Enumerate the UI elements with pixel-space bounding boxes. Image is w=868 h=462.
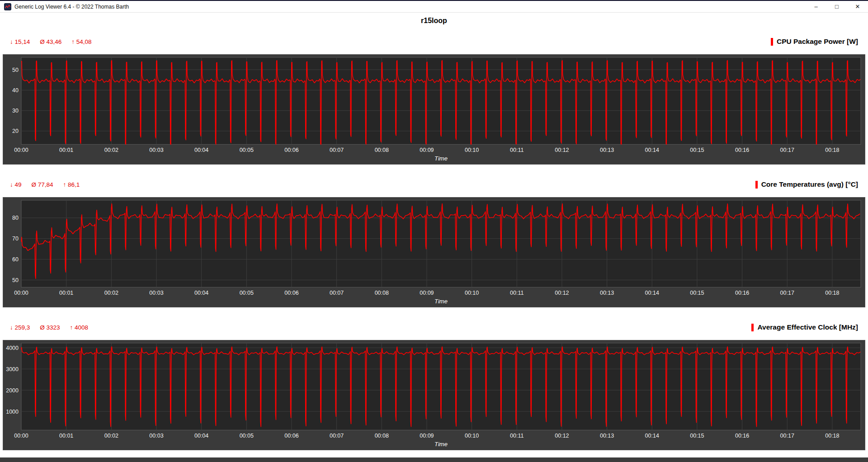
titlebar-left: Generic Log Viewer 6.4 - © 2022 Thomas B… <box>0 1 806 12</box>
svg-text:30: 30 <box>12 108 19 114</box>
stats-row: ↓ 259,3 Ø 3323 ↑ 4008 <box>10 324 88 331</box>
svg-text:Time: Time <box>434 441 448 448</box>
svg-text:00:11: 00:11 <box>510 290 524 296</box>
svg-text:00:17: 00:17 <box>780 433 794 439</box>
svg-text:00:09: 00:09 <box>420 147 434 153</box>
svg-text:00:07: 00:07 <box>330 147 344 153</box>
svg-text:00:02: 00:02 <box>104 147 118 153</box>
stat-max: ↑ 54,08 <box>71 38 91 45</box>
core-temps-chart-canvas[interactable]: 00:0000:0100:0200:0300:0400:0500:0600:07… <box>3 198 865 307</box>
cpu-power-chart-canvas[interactable]: 00:0000:0100:0200:0300:0400:0500:0600:07… <box>3 55 865 164</box>
svg-text:00:07: 00:07 <box>330 433 344 439</box>
svg-text:00:10: 00:10 <box>465 433 479 439</box>
svg-text:00:13: 00:13 <box>600 147 614 153</box>
effective-clock-chart-canvas[interactable]: 00:0000:0100:0200:0300:0400:0500:0600:07… <box>3 340 865 450</box>
legend: Core Temperatures (avg) [°C] <box>755 180 858 189</box>
chart-section-effective-clock: ↓ 259,3 Ø 3323 ↑ 4008 Average Effective … <box>0 315 868 450</box>
chart-section-cpu-power: ↓ 15,14 Ø 43,46 ↑ 54,08 CPU Package Powe… <box>0 29 868 165</box>
window-title: Generic Log Viewer 6.4 - © 2022 Thomas B… <box>14 4 129 10</box>
svg-text:00:07: 00:07 <box>330 290 344 296</box>
svg-text:60: 60 <box>12 256 19 263</box>
stat-avg: Ø 43,46 <box>40 38 61 45</box>
close-button[interactable]: ✕ <box>847 1 868 12</box>
svg-text:00:00: 00:00 <box>14 433 28 439</box>
svg-text:70: 70 <box>12 236 19 242</box>
svg-text:Time: Time <box>434 155 448 162</box>
window-controls: – □ ✕ <box>806 1 868 12</box>
svg-text:00:14: 00:14 <box>645 433 659 439</box>
svg-text:00:12: 00:12 <box>555 290 569 296</box>
stat-min: ↓ 259,3 <box>10 324 30 331</box>
svg-text:00:16: 00:16 <box>735 290 749 296</box>
svg-text:00:16: 00:16 <box>735 147 749 153</box>
legend-label: Core Temperatures (avg) [°C] <box>761 180 858 189</box>
chart-panel: 00:0000:0100:0200:0300:0400:0500:0600:07… <box>3 340 865 450</box>
chart-header: ↓ 15,14 Ø 43,46 ↑ 54,08 CPU Package Powe… <box>3 29 865 54</box>
svg-text:Time: Time <box>434 298 448 305</box>
svg-text:20: 20 <box>12 128 19 134</box>
page-title: r15loop <box>0 13 868 29</box>
minimize-button[interactable]: – <box>806 1 826 12</box>
svg-text:80: 80 <box>12 215 19 221</box>
svg-text:00:15: 00:15 <box>690 290 704 296</box>
svg-text:50: 50 <box>12 67 19 73</box>
svg-text:00:11: 00:11 <box>510 147 524 153</box>
svg-text:00:09: 00:09 <box>420 433 434 439</box>
svg-text:00:01: 00:01 <box>59 433 73 439</box>
window-bottom-edge <box>0 457 868 462</box>
chart-panel: 00:0000:0100:0200:0300:0400:0500:0600:07… <box>3 197 865 307</box>
svg-text:50: 50 <box>12 277 19 283</box>
svg-text:00:00: 00:00 <box>14 147 28 153</box>
svg-text:00:02: 00:02 <box>104 433 118 439</box>
stat-avg: Ø 3323 <box>40 324 60 331</box>
svg-text:00:10: 00:10 <box>465 147 479 153</box>
svg-text:00:08: 00:08 <box>375 433 389 439</box>
svg-text:00:14: 00:14 <box>645 147 659 153</box>
svg-text:1000: 1000 <box>6 409 19 415</box>
svg-text:00:12: 00:12 <box>555 147 569 153</box>
svg-text:00:04: 00:04 <box>194 290 208 296</box>
svg-text:00:06: 00:06 <box>284 433 298 439</box>
stat-avg: Ø 77,84 <box>32 181 53 188</box>
chart-header: ↓ 49 Ø 77,84 ↑ 86,1 Core Temperatures (a… <box>3 172 865 197</box>
svg-text:40: 40 <box>12 87 19 94</box>
legend-color-bar <box>771 38 773 46</box>
svg-text:00:04: 00:04 <box>194 147 208 153</box>
svg-text:00:13: 00:13 <box>600 290 614 296</box>
svg-text:00:02: 00:02 <box>104 290 118 296</box>
svg-text:00:01: 00:01 <box>59 147 73 153</box>
svg-text:00:00: 00:00 <box>14 290 28 296</box>
maximize-button[interactable]: □ <box>826 1 847 12</box>
stat-max: ↑ 4008 <box>70 324 89 331</box>
svg-text:00:08: 00:08 <box>375 290 389 296</box>
svg-text:3000: 3000 <box>6 366 19 372</box>
svg-text:00:11: 00:11 <box>510 433 524 439</box>
legend: Average Effective Clock [MHz] <box>751 323 858 331</box>
svg-text:00:13: 00:13 <box>600 433 614 439</box>
svg-text:00:03: 00:03 <box>149 290 163 296</box>
stats-row: ↓ 15,14 Ø 43,46 ↑ 54,08 <box>10 38 92 45</box>
legend-label: Average Effective Clock [MHz] <box>757 323 858 331</box>
svg-text:00:10: 00:10 <box>465 290 479 296</box>
svg-text:00:15: 00:15 <box>690 433 704 439</box>
legend-color-bar <box>751 324 754 331</box>
svg-text:00:14: 00:14 <box>645 290 659 296</box>
svg-text:00:05: 00:05 <box>240 290 254 296</box>
svg-text:00:08: 00:08 <box>375 147 389 153</box>
window-titlebar: Generic Log Viewer 6.4 - © 2022 Thomas B… <box>0 0 868 13</box>
svg-text:00:06: 00:06 <box>284 290 298 296</box>
svg-text:00:05: 00:05 <box>240 147 254 153</box>
svg-text:00:01: 00:01 <box>59 290 73 296</box>
svg-text:4000: 4000 <box>6 345 19 351</box>
svg-text:00:17: 00:17 <box>780 147 794 153</box>
legend: CPU Package Power [W] <box>771 38 858 46</box>
svg-text:00:18: 00:18 <box>825 433 839 439</box>
app-icon <box>4 3 11 10</box>
chart-panel: 00:0000:0100:0200:0300:0400:0500:0600:07… <box>3 54 865 165</box>
svg-text:00:05: 00:05 <box>240 433 254 439</box>
chart-section-core-temps: ↓ 49 Ø 77,84 ↑ 86,1 Core Temperatures (a… <box>0 172 868 307</box>
svg-text:00:17: 00:17 <box>780 290 794 296</box>
svg-text:00:18: 00:18 <box>825 290 839 296</box>
svg-text:00:18: 00:18 <box>825 147 839 153</box>
stat-min: ↓ 15,14 <box>10 38 30 45</box>
